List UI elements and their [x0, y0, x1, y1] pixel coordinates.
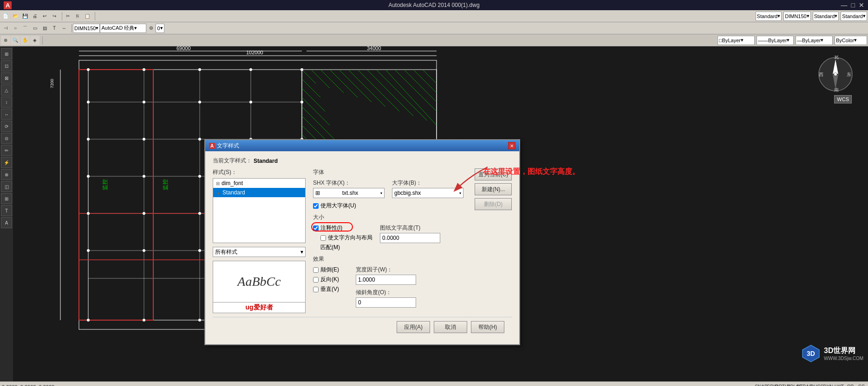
new-button[interactable]: 新建(N)... — [475, 183, 512, 195]
tb-circle[interactable]: ○ — [11, 24, 20, 33]
svg-text:监控: 监控 — [162, 179, 169, 190]
sep4 — [42, 36, 43, 45]
oblique-angle-input[interactable] — [356, 297, 416, 308]
tb-open[interactable]: 📂 — [11, 12, 20, 21]
use-bigfont-label: 使用大字体(U) — [320, 202, 356, 210]
match-layout-checkbox[interactable] — [320, 235, 326, 241]
tb-rect[interactable]: ▭ — [30, 24, 39, 33]
lt-btn-3[interactable]: ⊠ — [1, 72, 12, 84]
vertical-checkbox[interactable] — [313, 287, 319, 292]
annotative-checkbox[interactable] — [313, 225, 319, 231]
text-style-dialog[interactable]: A 文字样式 ✕ 当前文字样式： Standard 样式(S) — [204, 139, 520, 345]
annotative-col: 注释性(I) 使文字方向与布局 匹配(M) — [313, 224, 372, 251]
tb-arc[interactable]: ⌒ — [20, 24, 30, 33]
wcs-label: WCS — [834, 95, 852, 103]
tb-3dview[interactable]: ◈ — [30, 36, 39, 45]
tb-combo-standard3[interactable]: Standard▾ — [841, 12, 867, 21]
watermark-name: 3D世界网 — [824, 346, 863, 356]
lt-btn-2[interactable]: ⊡ — [1, 60, 12, 71]
tb-line[interactable]: ⊣ — [1, 24, 10, 33]
upside-down-checkbox[interactable] — [313, 267, 319, 273]
status-qp[interactable]: QP — [846, 382, 855, 386]
delete-button[interactable]: 删除(D) — [475, 198, 512, 210]
tb-obj-snap[interactable]: ⊕ — [1, 36, 10, 45]
tb-combo-standard2[interactable]: Standard▾ — [813, 12, 839, 21]
shx-font-select[interactable]: ⊞ txt.shx ▾ — [313, 188, 385, 198]
lt-btn-12[interactable]: ◫ — [1, 181, 12, 192]
svg-text:69000: 69000 — [176, 46, 191, 51]
tb-hatch[interactable]: ▤ — [40, 24, 49, 33]
current-style-label: 当前文字样式： — [213, 157, 252, 165]
bigfont-dropdown-arrow: ▾ — [459, 191, 461, 195]
tb-combo-dimn150[interactable]: DIMN150▾ — [783, 12, 810, 21]
tb-combo-autocad-classic[interactable]: AutoCAD 经典▾ — [100, 24, 146, 33]
lt-btn-11[interactable]: ⊗ — [1, 169, 12, 180]
tb-text[interactable]: T — [50, 24, 59, 33]
sep1 — [62, 12, 62, 20]
status-sc[interactable]: SC — [857, 382, 866, 386]
close-btn[interactable]: ✕ — [859, 1, 864, 9]
tb-combo-standard1[interactable]: Standard▾ — [756, 12, 782, 21]
lt-btn-14[interactable]: T — [1, 205, 12, 216]
lt-btn-15[interactable]: A — [1, 217, 12, 228]
set-current-button[interactable]: 置为当前(C) — [475, 168, 512, 180]
styles-label: 样式(S)： — [213, 168, 306, 176]
tb-new[interactable]: 📄 — [1, 12, 10, 21]
lt-btn-6[interactable]: ↔ — [1, 109, 12, 120]
status-lweight[interactable]: LWT — [835, 382, 844, 386]
tb-undo[interactable]: ↩ — [40, 12, 49, 21]
status-dyn[interactable]: DYN — [823, 382, 833, 386]
tb-bylayer-lineweight[interactable]: — ByLayer▾ — [796, 36, 833, 45]
window-controls: — □ ✕ — [841, 1, 864, 9]
tb-dim[interactable]: ↔ — [59, 24, 69, 33]
status-otrack[interactable]: OTRACK — [801, 382, 810, 386]
lt-btn-4[interactable]: △ — [1, 84, 12, 96]
tb-save[interactable]: 💾 — [20, 12, 30, 21]
styles-list[interactable]: ⊞ dim_font ▲ Standard — [213, 178, 306, 243]
current-style-row: 当前文字样式： Standard — [213, 157, 512, 165]
status-ducs[interactable]: DUCS — [812, 382, 822, 386]
width-factor-input[interactable] — [356, 275, 416, 285]
lt-btn-9[interactable]: ✏ — [1, 145, 12, 156]
backwards-checkbox[interactable] — [313, 277, 319, 283]
bigfont-select[interactable]: gbcbig.shx ▾ — [392, 188, 463, 198]
filter-dropdown-arrow: ▾ — [300, 249, 303, 255]
tb-bylayer-color[interactable]: □ ByLayer▾ — [718, 36, 755, 45]
dialog-close-button[interactable]: ✕ — [508, 142, 516, 149]
lt-btn-10[interactable]: ⚡ — [1, 157, 12, 168]
font-section: 字体 SHX 字体(X)： ⊞ txt.shx ▾ — [313, 168, 463, 210]
style-item-standard[interactable]: ▲ Standard — [213, 188, 305, 197]
lt-btn-5[interactable]: ↕ — [1, 96, 12, 108]
lt-btn-13[interactable]: ⊞ — [1, 193, 12, 204]
lt-btn-1[interactable]: ⊞ — [1, 48, 12, 59]
preview-area: AaBbCc — [213, 261, 306, 302]
tb-bycolor[interactable]: ByColor▾ — [835, 36, 867, 45]
svg-point-57 — [300, 68, 303, 71]
tb-copy[interactable]: ⎘ — [73, 12, 82, 21]
paper-height-input[interactable] — [380, 233, 440, 243]
lt-btn-8[interactable]: ⊝ — [1, 133, 12, 144]
tb-bylayer-linetype[interactable]: —— ByLayer▾ — [757, 36, 794, 45]
svg-point-60 — [198, 101, 201, 103]
use-bigfont-checkbox[interactable] — [313, 203, 319, 209]
tb-pan[interactable]: ✋ — [20, 36, 30, 45]
cancel-button[interactable]: 取消 — [434, 321, 467, 333]
tb-paste[interactable]: 📋 — [83, 12, 92, 21]
tb-redo[interactable]: ↪ — [50, 12, 59, 21]
match-label2: 匹配(M) — [320, 244, 372, 251]
tb-settings[interactable]: ⚙ — [146, 24, 156, 33]
tb-combo-dimn150-2[interactable]: DIMN150▾ — [73, 24, 100, 33]
tb-combo-layer0[interactable]: 0▾ — [156, 24, 164, 33]
tb-zoom[interactable]: 🔍 — [11, 36, 20, 45]
minimize-btn[interactable]: — — [841, 1, 848, 9]
backwards-row: 反向(K) — [313, 276, 339, 283]
lt-btn-7[interactable]: ⟳ — [1, 121, 12, 132]
tb-print[interactable]: 🖨 — [30, 12, 39, 21]
styles-filter-dropdown[interactable]: 所有样式 ▾ — [213, 247, 306, 257]
status-snap[interactable]: SNAP — [757, 382, 766, 386]
tb-cut[interactable]: ✂ — [63, 12, 72, 21]
apply-button[interactable]: 应用(A) — [397, 321, 430, 333]
style-item-dimfont[interactable]: ⊞ dim_font — [213, 179, 305, 188]
maximize-btn[interactable]: □ — [851, 1, 855, 9]
help-button[interactable]: 帮助(H) — [471, 321, 504, 333]
